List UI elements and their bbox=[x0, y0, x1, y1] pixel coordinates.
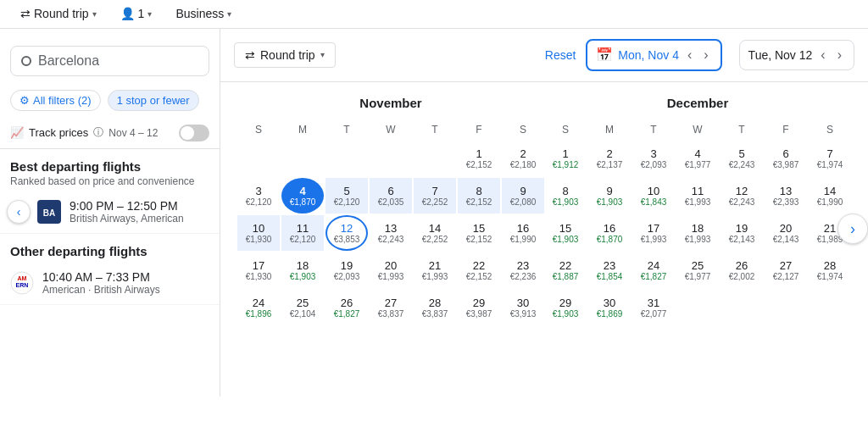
day-cell[interactable]: 9€2,080 bbox=[502, 178, 544, 214]
day-cell[interactable]: 16€1,870 bbox=[588, 215, 631, 251]
day-cell[interactable]: 2€2,137 bbox=[588, 141, 631, 176]
day-cell[interactable]: 20€1,993 bbox=[370, 252, 412, 288]
day-price: €2,137 bbox=[597, 160, 623, 169]
track-date-range: Nov 4 – 12 bbox=[108, 127, 158, 139]
day-cell[interactable]: 1€1,912 bbox=[544, 141, 587, 176]
day-cell[interactable]: 29€3,987 bbox=[458, 290, 500, 325]
start-date-next-btn[interactable]: › bbox=[700, 46, 711, 64]
day-cell[interactable]: 24€1,827 bbox=[632, 252, 675, 288]
day-cell[interactable]: 5€2,120 bbox=[326, 178, 368, 214]
day-number: 6 bbox=[387, 185, 393, 197]
other-flight-card[interactable]: AM ERN 10:40 AM – 7:33 PM American · Bri… bbox=[0, 262, 220, 305]
day-cell[interactable]: 18€1,903 bbox=[281, 252, 324, 288]
stop-filter-chip[interactable]: 1 stop or fewer bbox=[108, 90, 199, 111]
flight-card[interactable]: BA 9:00 PM – 12:50 PM British Airways, A… bbox=[0, 191, 220, 234]
day-cell[interactable]: 22€1,887 bbox=[544, 252, 587, 288]
day-cell[interactable]: 4€1,870 bbox=[281, 178, 324, 214]
day-cell[interactable]: 8€2,152 bbox=[458, 178, 500, 214]
day-cell[interactable]: 13€2,243 bbox=[370, 215, 412, 251]
search-box[interactable]: Barcelona bbox=[10, 46, 209, 76]
day-cell[interactable]: 18€1,993 bbox=[676, 215, 719, 251]
day-cell[interactable]: 9€1,903 bbox=[588, 178, 631, 214]
day-cell[interactable]: 3€2,093 bbox=[632, 141, 675, 176]
day-cell[interactable]: 8€1,903 bbox=[544, 178, 587, 214]
day-cell[interactable]: 30€1,869 bbox=[588, 290, 631, 325]
cabin-label: Business bbox=[175, 7, 224, 20]
day-cell[interactable]: 14€2,252 bbox=[414, 215, 456, 251]
day-number: 14 bbox=[824, 185, 836, 197]
chevron-right-icon: › bbox=[850, 220, 855, 238]
day-cell[interactable]: 11€1,993 bbox=[676, 178, 719, 214]
day-cell[interactable]: 6€3,987 bbox=[765, 141, 807, 176]
day-number: 7 bbox=[826, 147, 832, 160]
day-cell[interactable]: 22€2,152 bbox=[458, 252, 500, 288]
calendar-next-btn[interactable]: › bbox=[837, 214, 868, 244]
calendar-icon-start: 📅 bbox=[596, 47, 613, 63]
reset-button[interactable]: Reset bbox=[545, 48, 576, 62]
day-cell[interactable]: 28€3,837 bbox=[414, 290, 456, 325]
day-cell[interactable]: 13€2,393 bbox=[765, 178, 807, 214]
round-trip-selector[interactable]: ⇄ Round trip ▾ bbox=[14, 3, 103, 24]
end-date-selector[interactable]: Tue, Nov 12 ‹ › bbox=[739, 40, 854, 70]
day-cell bbox=[765, 290, 807, 325]
end-date-prev-btn[interactable]: ‹ bbox=[817, 46, 828, 64]
day-cell[interactable]: 20€2,143 bbox=[765, 215, 807, 251]
day-cell[interactable]: 17€1,930 bbox=[237, 252, 280, 288]
day-number: 26 bbox=[341, 297, 353, 309]
day-number: 11 bbox=[692, 185, 704, 197]
day-cell[interactable]: 10€1,843 bbox=[632, 178, 675, 214]
day-cell[interactable]: 7€1,974 bbox=[809, 141, 851, 176]
day-number: 25 bbox=[297, 297, 309, 309]
day-cell[interactable]: 28€1,974 bbox=[809, 252, 851, 288]
day-number: 18 bbox=[297, 259, 309, 272]
day-cell[interactable]: 16€1,990 bbox=[502, 215, 544, 251]
day-cell[interactable]: 11€2,120 bbox=[281, 215, 324, 251]
start-date-prev-btn[interactable]: ‹ bbox=[684, 46, 695, 64]
end-date-next-btn[interactable]: › bbox=[834, 46, 845, 64]
track-prices-label: Track prices bbox=[29, 126, 88, 139]
day-cell[interactable]: 15€2,152 bbox=[458, 215, 500, 251]
all-filters-button[interactable]: ⚙ All filters (2) bbox=[10, 90, 101, 111]
day-cell[interactable]: 4€1,977 bbox=[676, 141, 719, 176]
prev-flight-nav[interactable]: ‹ bbox=[7, 200, 31, 224]
day-cell[interactable]: 23€2,236 bbox=[502, 252, 544, 288]
end-date-text: Tue, Nov 12 bbox=[748, 48, 813, 62]
day-cell[interactable]: 7€2,252 bbox=[414, 178, 456, 214]
day-cell[interactable]: 14€1,990 bbox=[809, 178, 851, 214]
day-cell[interactable]: 15€1,903 bbox=[544, 215, 587, 251]
cabin-selector[interactable]: Business ▾ bbox=[169, 3, 238, 24]
day-cell[interactable]: 5€2,243 bbox=[721, 141, 763, 176]
day-cell[interactable]: 3€2,120 bbox=[237, 178, 280, 214]
day-cell[interactable]: 2€2,180 bbox=[502, 141, 544, 176]
day-cell[interactable]: 23€1,854 bbox=[588, 252, 631, 288]
day-cell[interactable]: 25€2,104 bbox=[281, 290, 324, 325]
day-cell[interactable]: 27€3,837 bbox=[370, 290, 412, 325]
day-cell[interactable]: 25€1,977 bbox=[676, 252, 719, 288]
day-price: €2,120 bbox=[246, 197, 272, 207]
day-cell[interactable]: 1€2,152 bbox=[458, 141, 500, 176]
day-cell[interactable]: 21€1,993 bbox=[414, 252, 456, 288]
november-grid: SMTWTFS1€2,1522€2,1803€2,1204€1,8705€2,1… bbox=[237, 120, 544, 325]
passengers-selector[interactable]: 👤 1 ▾ bbox=[114, 3, 159, 24]
day-cell[interactable]: 12€3,853 bbox=[326, 215, 368, 251]
day-cell[interactable]: 19€2,093 bbox=[326, 252, 368, 288]
day-cell[interactable]: 31€2,077 bbox=[632, 290, 675, 325]
day-cell[interactable]: 24€1,896 bbox=[237, 290, 280, 325]
day-cell[interactable]: 19€2,143 bbox=[721, 215, 763, 251]
track-prices-toggle[interactable] bbox=[179, 125, 209, 141]
day-cell[interactable]: 6€2,035 bbox=[370, 178, 412, 214]
day-cell[interactable]: 12€2,243 bbox=[721, 178, 763, 214]
start-date-selector[interactable]: 📅 Mon, Nov 4 ‹ › bbox=[586, 39, 721, 71]
day-cell[interactable]: 10€1,930 bbox=[237, 215, 280, 251]
day-cell[interactable]: 26€1,827 bbox=[326, 290, 368, 325]
day-header: S bbox=[502, 120, 544, 139]
day-number: 8 bbox=[476, 185, 481, 197]
day-cell[interactable]: 26€2,002 bbox=[721, 252, 763, 288]
day-cell[interactable]: 30€3,913 bbox=[502, 290, 544, 325]
day-price: €3,987 bbox=[773, 160, 799, 169]
day-cell[interactable]: 29€1,903 bbox=[544, 290, 587, 325]
calendar-round-trip-button[interactable]: ⇄ Round trip ▾ bbox=[234, 42, 336, 68]
day-cell bbox=[370, 141, 412, 176]
day-cell[interactable]: 27€2,127 bbox=[765, 252, 807, 288]
day-cell[interactable]: 17€1,993 bbox=[632, 215, 675, 251]
